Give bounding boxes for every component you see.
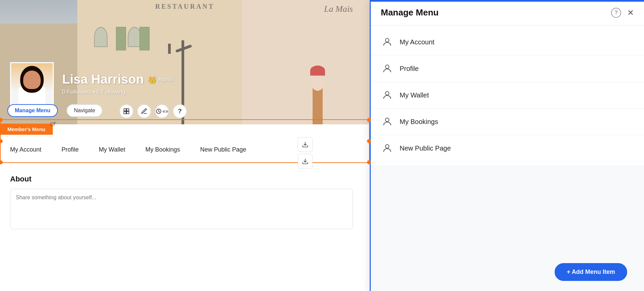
layout-icon-button[interactable]: [119, 104, 133, 118]
my-bookings-icon: [381, 115, 394, 128]
menu-item-my-bookings-label: My Bookings: [400, 118, 438, 126]
svg-rect-2: [124, 112, 126, 114]
help-icon-button[interactable]: ?: [173, 104, 187, 118]
profile-name-row: Lisa Harrison 👑 Admin: [62, 72, 173, 87]
about-title: About: [10, 175, 363, 183]
menu-item-my-wallet[interactable]: My Wallet: [371, 82, 644, 109]
svg-rect-3: [127, 112, 129, 114]
nav-item-new-public-page[interactable]: New Public Page: [200, 144, 246, 155]
add-menu-item-button[interactable]: + Add Menu Item: [555, 263, 627, 281]
nav-item-my-wallet[interactable]: My Wallet: [99, 144, 125, 155]
svg-rect-0: [124, 109, 126, 111]
about-textarea[interactable]: [10, 189, 353, 229]
menu-item-new-public-page[interactable]: New Public Page: [371, 135, 644, 162]
panel-title: Manage Menu: [381, 7, 439, 18]
svg-point-9: [386, 118, 389, 122]
about-section: About: [10, 175, 363, 231]
menu-item-my-account[interactable]: My Account: [371, 29, 644, 55]
profile-icon: [381, 62, 394, 75]
main-nav: My Account Profile My Wallet My Bookings…: [0, 144, 370, 155]
menu-items-list: My Account Profile My Wallet My Bookings: [371, 26, 644, 165]
new-public-page-icon: [381, 142, 394, 155]
menu-item-profile-label: Profile: [400, 65, 419, 73]
nav-item-my-account[interactable]: My Account: [10, 144, 41, 155]
my-account-icon: [381, 36, 394, 48]
crown-icon: 👑: [148, 76, 156, 84]
svg-rect-1: [127, 109, 129, 111]
menu-item-my-account-label: My Account: [400, 38, 434, 46]
menu-item-my-wallet-label: My Wallet: [400, 91, 429, 99]
panel-help-button[interactable]: ?: [611, 8, 621, 18]
selection-handle-bl: [0, 160, 3, 164]
panel-close-button[interactable]: ✕: [627, 9, 634, 17]
admin-badge: 👑 Admin: [148, 76, 173, 84]
manage-menu-button[interactable]: Manage Menu: [7, 104, 58, 117]
download-button-top[interactable]: [298, 137, 313, 152]
menu-item-profile[interactable]: Profile: [371, 55, 644, 82]
navigate-button[interactable]: Navigate: [67, 104, 103, 117]
history-icon-button[interactable]: «»: [155, 104, 169, 118]
panel-header: Manage Menu ? ✕: [371, 0, 644, 26]
svg-point-7: [386, 65, 389, 69]
download-button-bottom[interactable]: [298, 154, 313, 169]
edit-icon-button[interactable]: [137, 104, 151, 118]
panel-header-actions: ? ✕: [611, 8, 634, 18]
panel-top-border: [370, 0, 644, 2]
svg-point-10: [386, 144, 389, 148]
menu-item-my-bookings[interactable]: My Bookings: [371, 109, 644, 135]
nav-item-my-bookings[interactable]: My Bookings: [145, 144, 180, 155]
admin-label: Admin: [158, 77, 173, 83]
my-wallet-icon: [381, 89, 394, 101]
profile-name: Lisa Harrison: [62, 72, 144, 87]
cursor: ☞: [49, 119, 58, 129]
profile-stats: 0 Followers • 0 Following: [62, 89, 173, 95]
selection-handle-ml: [0, 139, 3, 143]
main-content: RESTAURANT La Mais: [0, 0, 370, 291]
members-menu-bar: Member's Menu: [0, 124, 53, 135]
menu-item-new-public-page-label: New Public Page: [400, 144, 451, 152]
manage-menu-panel: Manage Menu ? ✕ My Account Profile My Wa…: [370, 0, 644, 291]
svg-point-8: [386, 91, 389, 95]
nav-item-profile[interactable]: Profile: [62, 144, 79, 155]
profile-info: Lisa Harrison 👑 Admin 0 Followers • 0 Fo…: [62, 72, 173, 95]
svg-point-6: [386, 38, 389, 42]
